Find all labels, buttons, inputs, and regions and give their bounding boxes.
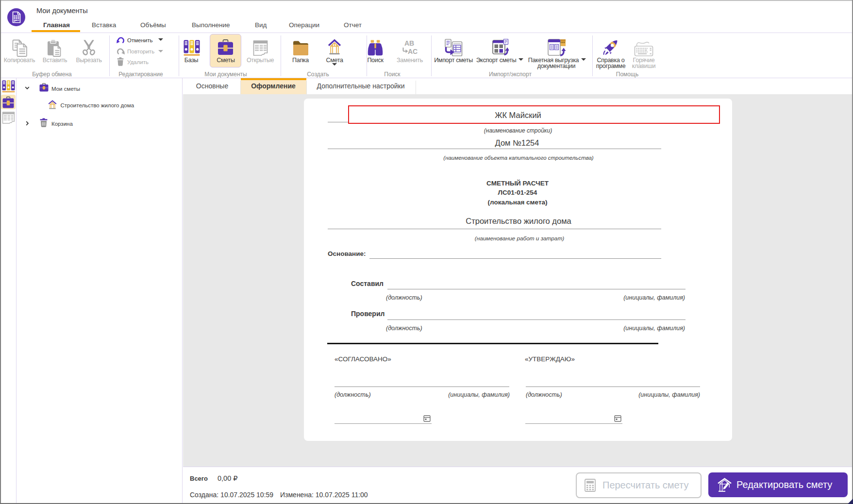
svg-text:AC: AC bbox=[408, 48, 418, 55]
svg-text:AB: AB bbox=[404, 40, 414, 47]
